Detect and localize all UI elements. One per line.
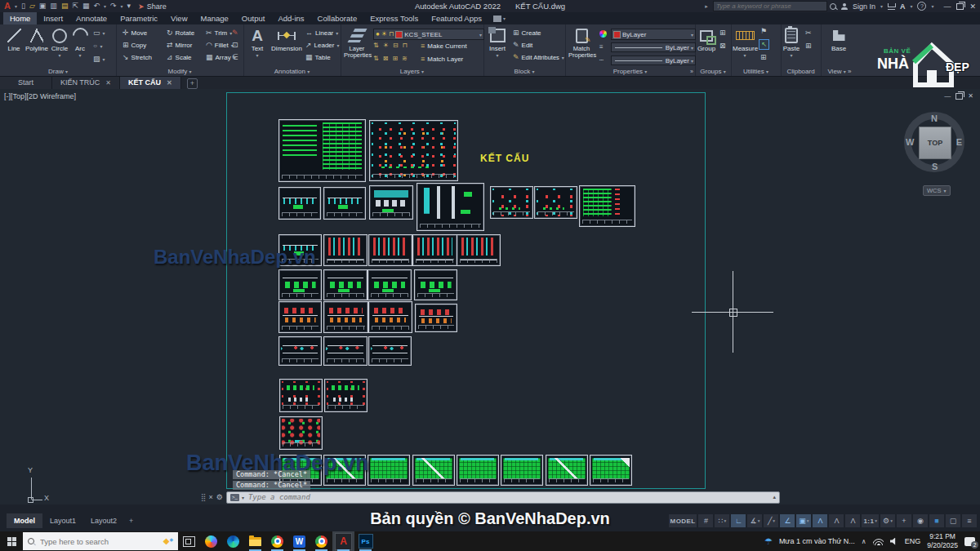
drawing-thumbnail[interactable] <box>368 336 412 366</box>
start-button[interactable] <box>0 531 23 551</box>
edge-button[interactable] <box>222 531 244 551</box>
ungroup-tool[interactable]: ⊞ <box>719 29 726 37</box>
drawing-thumbnail[interactable] <box>590 455 632 486</box>
application-menu-arrow-icon[interactable]: ▾ <box>15 3 17 9</box>
share-button[interactable]: ➤Share <box>138 2 167 11</box>
language-indicator[interactable]: ENG <box>905 537 921 545</box>
drawing-thumbnail[interactable] <box>278 336 322 366</box>
autodesk-app-store-button[interactable]: A <box>900 2 906 11</box>
layer-isolate-icon[interactable]: ☀ <box>383 42 389 49</box>
layer-walk-icon[interactable]: ⊞ <box>392 56 398 62</box>
undo-icon-dropdown[interactable]: ▾ <box>104 3 106 9</box>
sign-in-dropdown-icon[interactable]: ▾ <box>880 3 883 9</box>
file-tab-ket-cau[interactable]: KẾT CẤU✕ <box>120 76 181 89</box>
erase-tool[interactable]: ✎ <box>232 29 238 37</box>
panel-label-clipboard[interactable]: Clipboard <box>781 67 821 76</box>
drawing-thumbnail[interactable] <box>457 234 501 266</box>
view-cube-top-face[interactable]: TOP <box>919 127 951 159</box>
compass-south-label[interactable]: S <box>932 162 938 171</box>
drawing-thumbnail[interactable] <box>546 455 588 486</box>
panel-label-block[interactable]: Block ▾ <box>483 67 565 76</box>
model-space-toggle[interactable]: MODEL <box>669 514 697 527</box>
redo-icon-dropdown[interactable]: ▾ <box>121 3 123 9</box>
tab-featured-apps[interactable]: Featured Apps <box>425 12 488 24</box>
drawing-thumbnail[interactable] <box>368 301 412 333</box>
base-view-button[interactable]: Base <box>826 26 851 53</box>
annotation-autoscale-toggle[interactable]: Λ <box>829 514 844 527</box>
drawing-thumbnail[interactable] <box>323 234 368 266</box>
mirror-button[interactable]: ⇄Mirror <box>167 42 192 49</box>
layer-lock-tool-icon[interactable]: ⊓ <box>403 42 408 49</box>
drawing-thumbnail[interactable] <box>369 185 413 220</box>
file-explorer-button[interactable] <box>244 531 266 551</box>
drawing-thumbnail[interactable] <box>278 187 321 220</box>
view-cube[interactable]: N W E S TOP <box>904 112 964 172</box>
drawing-thumbnail[interactable] <box>323 187 366 220</box>
panel-label-groups[interactable]: Groups ▾ <box>695 67 731 76</box>
new-file-icon[interactable]: ▯ <box>21 2 25 10</box>
layer-off-icon[interactable]: ⇅ <box>373 42 379 49</box>
wcs-dropdown[interactable]: WCS▾ <box>923 185 951 196</box>
customization-menu[interactable]: ≡ <box>962 514 977 527</box>
tab-parametric[interactable]: Parametric <box>114 12 164 24</box>
isometric-drafting-toggle[interactable]: ╱▾ <box>764 514 778 527</box>
drawing-thumbnail[interactable] <box>279 379 323 412</box>
layer-dropdown[interactable]: ● ☀ ⊓ KCS_STEEL ▾ <box>373 29 484 40</box>
drawing-thumbnail[interactable] <box>457 455 499 486</box>
qat-customize-icon[interactable]: ▾ <box>127 2 131 10</box>
store-cart-icon[interactable] <box>888 3 895 10</box>
layer-thaw-icon[interactable]: ⊠ <box>383 56 389 62</box>
drawing-thumbnail[interactable] <box>368 269 412 300</box>
ribbon-display-toggle[interactable]: ▾ <box>493 12 506 24</box>
table-button[interactable]: ▦Table <box>305 54 331 61</box>
ortho-mode-toggle[interactable]: ∟ <box>731 514 746 527</box>
layer-color-swatch[interactable] <box>395 31 403 38</box>
match-layer-button[interactable]: ≡Match Layer <box>421 56 463 63</box>
panel-label-layers[interactable]: Layers ▾ <box>341 67 483 76</box>
plot-icon[interactable]: ▤ <box>61 2 69 10</box>
minimize-button[interactable]: — <box>943 2 951 11</box>
new-drawing-tab-button[interactable]: + <box>187 78 198 89</box>
annotation-scale-value[interactable]: 1:1▾ <box>862 514 879 527</box>
viewport-controls-label[interactable]: [-][Top][2D Wireframe] <box>4 92 76 100</box>
quick-calculator-tool[interactable]: ⊞ <box>760 54 767 61</box>
text-button[interactable]: A Text▾ <box>247 26 268 58</box>
tab-insert[interactable]: Insert <box>37 12 69 24</box>
command-history-expand-icon[interactable]: ▴ <box>773 494 776 500</box>
dimension-button[interactable]: Dimension <box>271 26 302 53</box>
layer-freeze-sun-icon[interactable]: ☀ <box>381 31 387 38</box>
workspace-switcher[interactable]: ⚙▾ <box>880 514 895 527</box>
hidden-icons-chevron[interactable]: ∧ <box>862 538 866 545</box>
undo-icon[interactable]: ↶ <box>93 2 100 10</box>
clean-screen-toggle[interactable]: ▢ <box>946 514 960 527</box>
drawing-thumbnail[interactable] <box>278 119 366 182</box>
layer-prev-icon[interactable]: ≋ <box>402 56 408 62</box>
panel-label-view[interactable]: View ▾ » <box>821 67 858 76</box>
layer-dropdown-arrow-icon[interactable]: ▾ <box>479 32 482 38</box>
explode-tool[interactable]: ⊡ <box>232 42 238 49</box>
sign-in-button[interactable]: Sign In <box>853 2 875 11</box>
color-dropdown-arrow-icon[interactable]: ▾ <box>691 32 693 38</box>
browser-q-button[interactable] <box>266 531 288 551</box>
drawing-thumbnail[interactable] <box>278 269 322 300</box>
panel-label-utilities[interactable]: Utilities ▾ <box>731 67 781 76</box>
copy-button[interactable]: ⊞Copy <box>122 42 146 49</box>
volume-icon[interactable] <box>890 538 898 545</box>
photoshop-button[interactable]: Ps <box>354 531 376 551</box>
annotation-scale-icon[interactable]: Λ <box>845 514 860 527</box>
application-menu-button[interactable]: A <box>4 2 11 11</box>
paste-button[interactable]: Paste▾ <box>782 26 801 58</box>
polar-tracking-toggle[interactable]: ∡▾ <box>747 514 762 527</box>
taskbar-clock[interactable]: 9:21 PM 9/20/2025 <box>927 532 958 549</box>
import-icon[interactable]: ⇱ <box>72 2 78 10</box>
lineweight-dropdown[interactable]: ByLayer ▾ <box>611 42 696 52</box>
linetype-dropdown[interactable]: ByLayer ▾ <box>611 56 696 65</box>
match-properties-button[interactable]: Match Properties <box>568 26 595 60</box>
rotate-button[interactable]: ↻Rotate <box>167 29 194 37</box>
close-button[interactable]: ✕ <box>969 2 976 11</box>
trim-button[interactable]: ✂Trim▾ <box>206 29 232 37</box>
circle-button[interactable]: Circle▾ <box>47 26 72 58</box>
panel-label-modify[interactable]: Modify ▾ <box>116 67 243 76</box>
save-icon[interactable]: ▣ <box>39 2 47 10</box>
drawing-thumbnail[interactable] <box>415 304 457 332</box>
